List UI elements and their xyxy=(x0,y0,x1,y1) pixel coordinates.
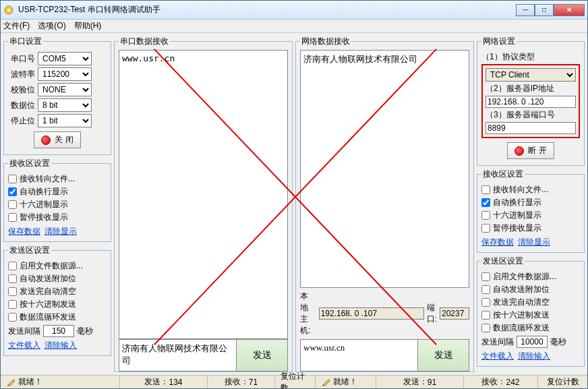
net-send-hex[interactable]: 按十六进制发送 xyxy=(481,309,580,321)
net-send-auto-extra[interactable]: 自动发送附加位 xyxy=(481,284,580,295)
serial-interval-input[interactable] xyxy=(43,325,74,337)
serial-recv-settings: 接收区设置 接收转向文件... 自动换行显示 十六进制显示 暂停接收显示 保存数… xyxy=(3,158,111,242)
local-host-label: 本地主机: xyxy=(300,291,316,336)
net-send-count: 91 xyxy=(428,378,436,387)
net-recv-save[interactable]: 保存数据 xyxy=(481,237,514,248)
status-ready: 就绪！ xyxy=(18,376,42,388)
window-title: USR-TCP232-Test 串口转网络调试助手 xyxy=(18,4,516,16)
serial-send-settings: 发送区设置 启用文件数据源... 自动发送附加位 发送完自动清空 按十六进制发送… xyxy=(3,245,111,356)
local-host-input[interactable] xyxy=(319,307,424,320)
pen-icon xyxy=(321,378,330,387)
server-ip-input[interactable] xyxy=(486,96,576,108)
proto-label: （1）协议类型 xyxy=(481,51,580,63)
net-settings: 网络设置 （1）协议类型 TCP Client （2）服务器IP地址 （3）服务… xyxy=(477,36,585,166)
parity-select[interactable]: NONE xyxy=(38,83,92,96)
port-label: 串口号 xyxy=(8,53,35,65)
server-port-label: （3）服务器端口号 xyxy=(486,109,576,121)
serial-send-text[interactable]: 济南有人物联网技术有限公司 xyxy=(119,340,236,371)
send-file-load[interactable]: 文件载入 xyxy=(8,340,40,351)
app-window: USR-TCP232-Test 串口转网络调试助手 ─ □ ✕ 文件(F) 选项… xyxy=(0,0,588,389)
maximize-button[interactable]: □ xyxy=(535,4,554,16)
net-recv-count: 242 xyxy=(506,378,519,387)
send-auto-extra[interactable]: 自动发送附加位 xyxy=(8,273,107,285)
menu-help[interactable]: 帮助(H) xyxy=(74,20,102,32)
interval-label: 发送间隔 xyxy=(8,326,40,337)
net-disconnect-button[interactable]: 断 开 xyxy=(507,142,554,159)
data-select[interactable]: 8 bit xyxy=(38,98,92,112)
app-icon xyxy=(3,5,14,16)
stop-select[interactable]: 1 bit xyxy=(38,114,92,127)
server-port-input[interactable] xyxy=(486,122,576,134)
net-send-done-clear[interactable]: 发送完自动清空 xyxy=(481,297,580,308)
baud-label: 波特率 xyxy=(8,69,35,80)
serial-settings: 串口设置 串口号COM5 波特率115200 校验位NONE 数据位8 bit … xyxy=(3,36,111,155)
menu-options[interactable]: 选项(O) xyxy=(38,20,65,32)
net-send-file-load[interactable]: 文件载入 xyxy=(481,351,514,362)
net-send-loop[interactable]: 数据流循环发送 xyxy=(481,322,580,334)
recv-auto-wrap[interactable]: 自动换行显示 xyxy=(8,186,107,198)
net-interval-input[interactable] xyxy=(517,336,548,348)
local-port-input[interactable] xyxy=(440,307,469,320)
net-recv-auto-wrap[interactable]: 自动换行显示 xyxy=(481,197,580,208)
send-hex[interactable]: 按十六进制发送 xyxy=(8,299,107,310)
serial-reset-count[interactable]: 复位计数 xyxy=(281,371,310,390)
net-recv-panel: 网络数据接收 济南有人物联网技术有限公司 本地主机: 端口: www.usr.c… xyxy=(295,36,474,372)
net-recv-hex[interactable]: 十六进制显示 xyxy=(481,210,580,221)
serial-recv-count: 71 xyxy=(249,378,258,387)
proto-select[interactable]: TCP Client xyxy=(486,68,576,82)
menu-file[interactable]: 文件(F) xyxy=(3,20,30,32)
baud-select[interactable]: 115200 xyxy=(38,67,92,81)
send-file-src[interactable]: 启用文件数据源... xyxy=(8,260,107,272)
titlebar: USR-TCP232-Test 串口转网络调试助手 ─ □ ✕ xyxy=(1,1,587,20)
net-recv-text[interactable]: 济南有人物联网技术有限公司 xyxy=(300,50,469,288)
menubar: 文件(F) 选项(O) 帮助(H) xyxy=(1,20,587,33)
net-recv-pause[interactable]: 暂停接收显示 xyxy=(481,222,580,234)
local-port-label: 端口: xyxy=(427,302,437,325)
recv-pause[interactable]: 暂停接收显示 xyxy=(8,212,107,223)
stop-label: 停止位 xyxy=(8,115,35,127)
send-loop[interactable]: 数据流循环发送 xyxy=(8,311,107,323)
serial-recv-panel: 串口数据接收 www.usr.cn 济南有人物联网技术有限公司 发送 xyxy=(114,36,293,372)
recv-save-link[interactable]: 保存数据 xyxy=(8,226,40,237)
net-recv-settings: 接收区设置 接收转向文件... 自动换行显示 十六进制显示 暂停接收显示 保存数… xyxy=(477,169,585,253)
serial-recv-text[interactable]: www.usr.cn xyxy=(119,50,288,339)
close-button[interactable]: ✕ xyxy=(554,4,585,16)
recv-hex[interactable]: 十六进制显示 xyxy=(8,199,107,210)
net-send-settings: 发送区设置 启用文件数据源... 自动发送附加位 发送完自动清空 按十六进制发送… xyxy=(477,256,585,367)
record-icon xyxy=(41,136,51,145)
minimize-button[interactable]: ─ xyxy=(516,4,535,16)
net-reset-count[interactable]: 复位计数 xyxy=(547,376,579,388)
svg-point-1 xyxy=(7,9,10,11)
net-send-text[interactable]: www.usr.cn xyxy=(301,340,417,371)
net-recv-clear[interactable]: 清除显示 xyxy=(518,237,550,248)
net-recv-to-file[interactable]: 接收转向文件... xyxy=(481,184,580,196)
pen-icon xyxy=(6,378,16,387)
net-send-clear-input[interactable]: 清除输入 xyxy=(518,351,550,362)
serial-send-button[interactable]: 发送 xyxy=(236,340,287,371)
serial-send-count: 134 xyxy=(169,378,182,387)
net-send-button[interactable]: 发送 xyxy=(417,340,469,371)
port-select[interactable]: COM5 xyxy=(38,52,92,65)
recv-to-file[interactable]: 接收转向文件... xyxy=(8,173,107,185)
send-clear-input[interactable]: 清除输入 xyxy=(45,340,77,351)
parity-label: 校验位 xyxy=(8,84,35,96)
serial-close-button[interactable]: 关 闭 xyxy=(34,131,80,148)
data-label: 数据位 xyxy=(8,100,35,111)
record-icon xyxy=(514,146,524,156)
net-send-file-src[interactable]: 启用文件数据源... xyxy=(481,271,580,282)
recv-clear-link[interactable]: 清除显示 xyxy=(45,226,77,237)
statusbar: 就绪！ 发送：134 接收：71 复位计数 就绪！ 发送：91 接收：242 复… xyxy=(1,375,587,388)
server-ip-label: （2）服务器IP地址 xyxy=(486,83,576,94)
send-done-clear[interactable]: 发送完自动清空 xyxy=(8,286,107,297)
